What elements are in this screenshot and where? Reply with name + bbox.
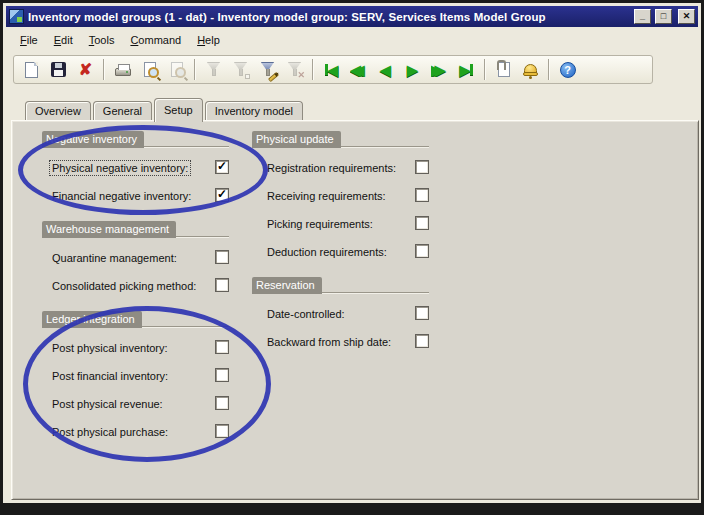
checkbox[interactable] bbox=[215, 250, 229, 264]
delete-x-glyph: ✘ bbox=[79, 62, 92, 78]
tab-setup[interactable]: Setup bbox=[154, 98, 203, 122]
alert-icon[interactable] bbox=[517, 57, 544, 82]
nav-glyph: ◀ bbox=[380, 63, 391, 77]
printer-glyph bbox=[115, 68, 131, 76]
group-header: Negative inventory bbox=[42, 131, 229, 148]
toolbar-separator bbox=[484, 59, 486, 80]
field-row: Picking requirements: bbox=[252, 215, 429, 243]
checkbox[interactable] bbox=[415, 188, 429, 202]
group-section-physical-update: Physical updateRegistration requirements… bbox=[252, 131, 429, 271]
setup-tab-page: Negative inventoryPhysical negative inve… bbox=[11, 120, 699, 500]
nav-glyph: ▶ bbox=[407, 63, 418, 77]
field-row: Post physical inventory: bbox=[42, 339, 229, 367]
funnel-stem bbox=[212, 69, 216, 76]
new-icon[interactable] bbox=[18, 57, 45, 82]
selection-box-glyph bbox=[245, 74, 250, 79]
field-row: Post financial inventory: bbox=[42, 367, 229, 395]
help-icon[interactable] bbox=[554, 57, 581, 82]
checkbox[interactable] bbox=[215, 396, 229, 410]
checkbox[interactable] bbox=[215, 278, 229, 292]
advanced-filter-icon[interactable] bbox=[254, 57, 281, 82]
group-header-label: Warehouse management bbox=[42, 221, 176, 238]
checkbox[interactable] bbox=[215, 188, 229, 202]
tab-overview[interactable]: Overview bbox=[25, 101, 91, 121]
clip-page-glyph bbox=[498, 62, 510, 77]
group-section-warehouse-management: Warehouse managementQuarantine managemen… bbox=[42, 221, 229, 305]
funnel-stem bbox=[293, 69, 297, 76]
menu-item-command[interactable]: Command bbox=[122, 31, 189, 49]
group-header: Ledger integration bbox=[42, 311, 229, 328]
document-handling-icon[interactable] bbox=[490, 57, 517, 82]
print-preview-icon[interactable] bbox=[136, 57, 163, 82]
group-section-reservation: ReservationDate-controlled:Backward from… bbox=[252, 277, 429, 361]
field-label: Post financial inventory: bbox=[50, 369, 170, 383]
checkbox[interactable] bbox=[215, 368, 229, 382]
toolbar-separator bbox=[194, 59, 196, 80]
print-icon[interactable] bbox=[109, 57, 136, 82]
remove-x-glyph: ✕ bbox=[297, 71, 305, 80]
minimize-button-icon[interactable]: _ bbox=[634, 9, 651, 24]
filter-by-field-icon bbox=[200, 57, 227, 82]
prev-group-icon[interactable]: ◀◀ bbox=[345, 57, 372, 82]
checkbox[interactable] bbox=[215, 424, 229, 438]
save-icon[interactable] bbox=[45, 57, 72, 82]
checkbox[interactable] bbox=[415, 244, 429, 258]
toolbar-separator bbox=[103, 59, 105, 80]
checkbox[interactable] bbox=[215, 340, 229, 354]
next-record-icon[interactable]: ▶ bbox=[399, 57, 426, 82]
filter-by-selection-icon bbox=[227, 57, 254, 82]
checkbox[interactable] bbox=[415, 334, 429, 348]
group-header-label: Ledger integration bbox=[42, 311, 142, 328]
checkbox[interactable] bbox=[415, 216, 429, 230]
nav-glyph: ▶▶ bbox=[431, 63, 448, 77]
checkbox[interactable] bbox=[415, 160, 429, 174]
field-label: Picking requirements: bbox=[265, 217, 375, 231]
menu-item-edit[interactable]: Edit bbox=[46, 31, 81, 49]
remove-filter-icon: ✕ bbox=[281, 57, 308, 82]
menu-item-help[interactable]: Help bbox=[189, 31, 228, 49]
funnel-stem bbox=[239, 69, 243, 76]
menu-bar: FileEditToolsCommandHelp bbox=[6, 29, 698, 50]
new-document-glyph bbox=[25, 62, 38, 78]
field-row: Post physical purchase: bbox=[42, 423, 229, 451]
field-label: Physical negative inventory: bbox=[50, 161, 190, 175]
group-section-ledger-integration: Ledger integrationPost physical inventor… bbox=[42, 311, 229, 451]
tab-inventory-model[interactable]: Inventory model bbox=[205, 101, 303, 121]
title-bar: Inventory model groups (1 - dat) - Inven… bbox=[6, 6, 698, 27]
group-header: Reservation bbox=[252, 277, 429, 294]
field-row: Date-controlled: bbox=[252, 305, 429, 333]
bell-glyph bbox=[524, 64, 537, 75]
prev-record-icon[interactable]: ◀ bbox=[372, 57, 399, 82]
field-row: Financial negative inventory: bbox=[42, 187, 229, 215]
field-label: Backward from ship date: bbox=[265, 335, 393, 349]
nav-glyph: ◀ bbox=[325, 63, 339, 77]
delete-icon[interactable]: ✘ bbox=[72, 57, 99, 82]
print-setup-glyph bbox=[171, 62, 183, 77]
window-title: Inventory model groups (1 - dat) - Inven… bbox=[28, 11, 630, 23]
last-record-icon[interactable]: ▶ bbox=[453, 57, 480, 82]
save-glyph bbox=[51, 62, 66, 77]
field-label: Deduction requirements: bbox=[265, 245, 389, 259]
checkbox[interactable] bbox=[215, 160, 229, 174]
tab-strip: OverviewGeneralSetupInventory model bbox=[11, 97, 699, 121]
next-group-icon[interactable]: ▶▶ bbox=[426, 57, 453, 82]
close-button-icon[interactable]: ✕ bbox=[678, 9, 695, 24]
form-left-column: Negative inventoryPhysical negative inve… bbox=[42, 131, 229, 457]
first-record-icon[interactable]: ◀ bbox=[318, 57, 345, 82]
menu-item-file[interactable]: File bbox=[12, 31, 46, 49]
group-header-label: Reservation bbox=[252, 277, 322, 294]
field-label: Financial negative inventory: bbox=[50, 189, 193, 203]
print-setup-icon bbox=[163, 57, 190, 82]
nav-glyph: ▶ bbox=[460, 63, 474, 77]
field-row: Consolidated picking method: bbox=[42, 277, 229, 305]
group-header: Physical update bbox=[252, 131, 429, 148]
field-label: Date-controlled: bbox=[265, 307, 347, 321]
checkbox[interactable] bbox=[415, 306, 429, 320]
toolbar-band: ✘✕◀◀◀◀▶▶▶▶ bbox=[13, 55, 653, 84]
field-row: Registration requirements: bbox=[252, 159, 429, 187]
menu-item-tools[interactable]: Tools bbox=[81, 31, 123, 49]
tab-general[interactable]: General bbox=[93, 101, 152, 121]
field-label: Post physical purchase: bbox=[50, 425, 170, 439]
maximize-button-icon[interactable]: □ bbox=[655, 9, 672, 24]
field-label: Quarantine management: bbox=[50, 251, 179, 265]
